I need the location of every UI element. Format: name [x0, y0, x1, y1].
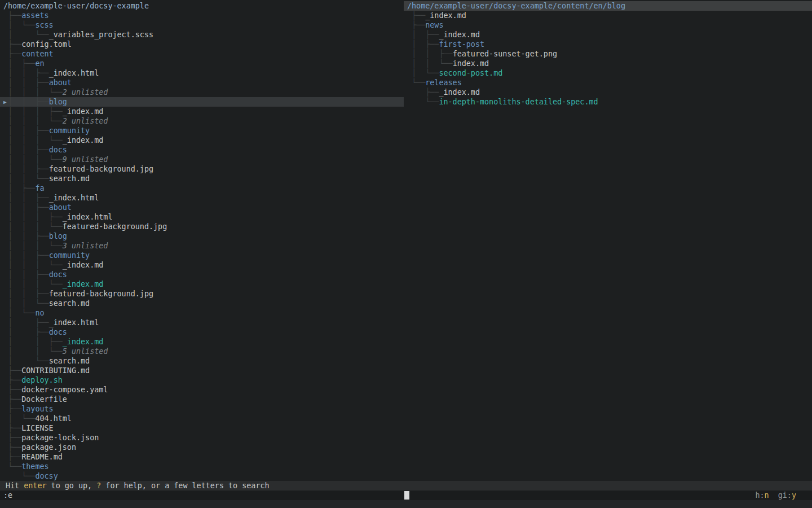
directory-label: docsy — [35, 472, 58, 480]
tree-row-index-md[interactable]: │ │ └──index.md — [404, 59, 812, 68]
directory-label: blog — [49, 98, 67, 106]
status-text: to go up, — [47, 481, 97, 490]
tree-branch-lines: │ │ │ └── — [3, 242, 63, 250]
tree-branch-lines: │ │ ├── — [3, 165, 49, 173]
tree-row-package-lock-json[interactable]: ├──package-lock.json — [0, 433, 404, 443]
tree-row-news[interactable]: ├──news — [404, 20, 812, 30]
tree-row-2-unlisted[interactable]: │ │ │ └──2 unlisted — [0, 116, 404, 126]
tree-row--index-md[interactable]: │ │ │ └──_index.md — [0, 135, 404, 145]
tree-branch-lines: │ ├── — [3, 328, 49, 336]
tree-row-package-json[interactable]: ├──package.json — [0, 443, 404, 452]
tree-row-readme-md[interactable]: ├──README.md — [0, 452, 404, 462]
tree-row-about[interactable]: │ │ ├──about — [0, 78, 404, 87]
tree-row-scss[interactable]: │ └──scss — [0, 20, 404, 30]
tree-branch-lines: └── — [407, 78, 425, 87]
directory-label: blog — [49, 232, 67, 240]
tree-row--index-md[interactable]: │ │ │ └──_index.md — [0, 260, 404, 270]
file-tree-panel-right: /home/example-user/docsy-example/content… — [404, 0, 812, 481]
tree-row--index-md[interactable]: │ │ │ ├──_index.md — [0, 107, 404, 116]
tree-row-search-md[interactable]: │ └──search.md — [0, 356, 404, 366]
tree-row-blog[interactable]: ▶ │ │ ├──blog — [0, 97, 404, 107]
file-label: _index.md — [63, 261, 104, 269]
tree-row-fa[interactable]: │ ├──fa — [0, 183, 404, 193]
panel-right-tree: ├──_index.md ├──news │ ├──_index.md │ ├─… — [404, 11, 812, 107]
unlisted-count-label: 2 unlisted — [63, 117, 108, 125]
unlisted-count-label: 9 unlisted — [63, 155, 108, 164]
tree-row-2-unlisted[interactable]: │ │ │ └──2 unlisted — [0, 87, 404, 97]
tree-row-themes[interactable]: └──themes — [0, 462, 404, 471]
tree-row-docker-compose-yaml[interactable]: ├──docker-compose.yaml — [0, 385, 404, 395]
tree-row--index-md[interactable]: ├──_index.md — [404, 87, 812, 97]
tree-branch-lines: │ │ │ ├── — [3, 107, 63, 116]
flag-value: n — [765, 491, 769, 500]
tree-row--index-md[interactable]: │ ├──_index.md — [404, 30, 812, 40]
tree-row-first-post[interactable]: │ ├──first-post — [404, 40, 812, 49]
tree-row-blog[interactable]: │ │ ├──blog — [0, 231, 404, 241]
tree-row--index-md[interactable]: │ │ │ └──_index.md — [0, 279, 404, 289]
tree-row-docsy[interactable]: └──docsy — [0, 471, 404, 481]
tree-branch-lines: │ └── — [3, 30, 49, 39]
tree-row-no[interactable]: │ └──no — [0, 308, 404, 318]
tree-branch-lines: │ │ │ └── — [3, 222, 63, 231]
tree-row-config-toml[interactable]: ├──config.toml — [0, 40, 404, 49]
file-label: LICENSE — [21, 424, 53, 432]
panel-left-root-path[interactable]: /home/example-user/docsy-example — [0, 1, 404, 11]
tree-row--index-html[interactable]: │ │ ├──_index.html — [0, 68, 404, 78]
file-label: in-depth-monoliths-detailed-spec.md — [439, 98, 598, 106]
tree-row--index-md[interactable]: ├──_index.md — [404, 11, 812, 20]
tree-row-dockerfile[interactable]: ├──Dockerfile — [0, 395, 404, 404]
left-panel-input-value[interactable]: :e — [3, 491, 12, 500]
tree-row-in-depth-monoliths-detailed-spec-md[interactable]: └──in-depth-monoliths-detailed-spec.md — [404, 97, 812, 107]
tree-row-404-html[interactable]: │ └──404.html — [0, 414, 404, 423]
tree-row--index-html[interactable]: │ │ ├──_index.html — [0, 193, 404, 203]
tree-row-content[interactable]: ├──content — [0, 49, 404, 59]
tree-branch-lines: ├── — [3, 395, 21, 404]
tree-branch-lines: │ │ └── — [3, 174, 49, 183]
tree-row-license[interactable]: ├──LICENSE — [0, 423, 404, 433]
tree-row-community[interactable]: │ │ ├──community — [0, 251, 404, 260]
tree-row--index-md[interactable]: │ │ ├──_index.md — [0, 337, 404, 347]
tree-row-second-post-md[interactable]: │ └──second-post.md — [404, 68, 812, 78]
tree-row-search-md[interactable]: │ │ └──search.md — [0, 174, 404, 183]
tree-row-featured-sunset-get-png[interactable]: │ │ ├──featured-sunset-get.png — [404, 49, 812, 59]
tree-row-about[interactable]: │ │ ├──about — [0, 203, 404, 212]
tree-branch-lines: │ │ └── — [3, 347, 63, 356]
file-label: _index.md — [439, 88, 480, 97]
tree-row--variables-project-scss[interactable]: │ └──_variables_project.scss — [0, 30, 404, 40]
tree-branch-lines: │ │ ├── — [3, 69, 49, 77]
tree-row-5-unlisted[interactable]: │ │ └──5 unlisted — [0, 347, 404, 356]
unlisted-count-label: 5 unlisted — [63, 347, 108, 356]
tree-branch-lines: ├── — [3, 405, 21, 413]
tree-row-docs[interactable]: │ │ ├──docs — [0, 270, 404, 279]
tree-branch-lines: ├── — [3, 40, 21, 49]
tree-row-docs[interactable]: │ ├──docs — [0, 327, 404, 337]
tree-row-layouts[interactable]: ├──layouts — [0, 404, 404, 414]
tree-row-featured-background-jpg[interactable]: │ │ ├──featured-background.jpg — [0, 164, 404, 174]
tree-row-search-md[interactable]: │ │ └──search.md — [0, 299, 404, 308]
tree-row-3-unlisted[interactable]: │ │ │ └──3 unlisted — [0, 241, 404, 251]
panel-right-root-path[interactable]: /home/example-user/docsy-example/content… — [404, 1, 812, 11]
panel-left-tree: ├──assets │ └──scss │ └──_variables_proj… — [0, 11, 404, 481]
tree-row-en[interactable]: │ ├──en — [0, 59, 404, 68]
tree-row-docs[interactable]: │ │ ├──docs — [0, 145, 404, 155]
tree-row-releases[interactable]: └──releases — [404, 78, 812, 87]
selection-arrow-icon: ▶ — [3, 97, 7, 107]
file-label: CONTRIBUTING.md — [21, 366, 90, 375]
tree-row--index-html[interactable]: │ │ │ ├──_index.html — [0, 212, 404, 222]
tree-row-featured-background-jpg[interactable]: │ │ ├──featured-background.jpg — [0, 289, 404, 299]
tree-row-9-unlisted[interactable]: │ │ │ └──9 unlisted — [0, 155, 404, 164]
tree-row-deploy-sh[interactable]: ├──deploy.sh — [0, 375, 404, 385]
tree-row-featured-background-jpg[interactable]: │ │ │ └──featured-background.jpg — [0, 222, 404, 231]
tree-row-contributing-md[interactable]: ├──CONTRIBUTING.md — [0, 366, 404, 375]
directory-label: en — [35, 59, 44, 68]
tree-row-assets[interactable]: ├──assets — [0, 11, 404, 20]
command-input-row[interactable]: :e h:n gi:y — [0, 491, 812, 500]
file-label: search.md — [49, 357, 90, 365]
directory-label: first-post — [439, 40, 484, 49]
tree-branch-lines: │ │ ├── — [3, 338, 63, 346]
tree-row-community[interactable]: │ │ ├──community — [0, 126, 404, 135]
directory-label: scss — [35, 21, 53, 29]
tree-branch-lines: │ │ ├── — [407, 50, 453, 58]
tree-row--index-html[interactable]: │ ├──_index.html — [0, 318, 404, 327]
tree-branch-lines: ├── — [3, 443, 21, 452]
